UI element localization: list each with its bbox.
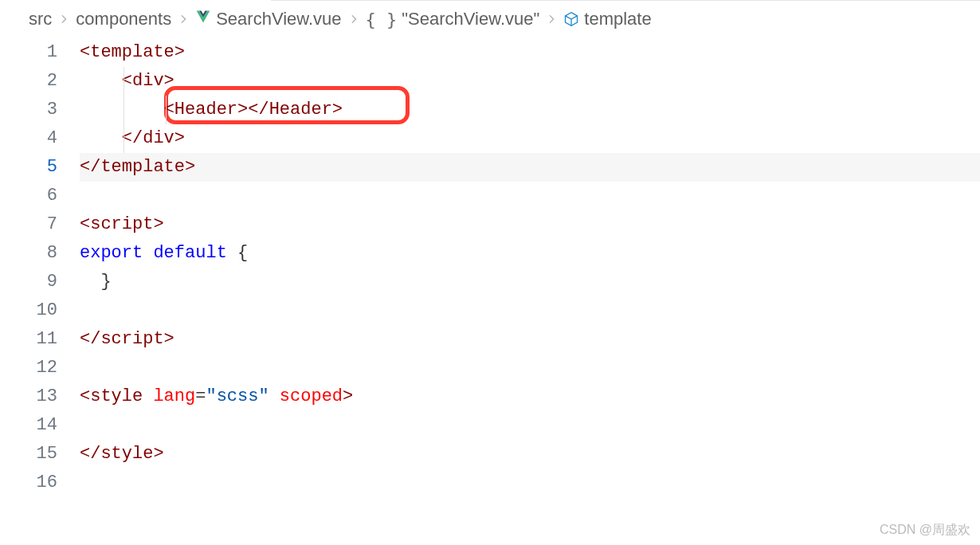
- code-line[interactable]: <div>: [80, 67, 980, 96]
- watermark-text: CSDN @周盛欢: [880, 522, 970, 539]
- tab-border: [271, 0, 980, 1]
- breadcrumb-label: "SearchView.vue": [402, 9, 539, 29]
- line-number: 3: [0, 96, 57, 124]
- line-number: 15: [0, 440, 57, 469]
- breadcrumb-separator-icon: [546, 9, 557, 29]
- cube-icon: [563, 11, 579, 27]
- line-number: 14: [0, 411, 57, 440]
- code-text: <style lang="scss" scoped>: [80, 386, 353, 406]
- code-text: export default {: [80, 243, 248, 263]
- code-line[interactable]: [80, 411, 980, 440]
- indent-guide: [166, 96, 167, 124]
- breadcrumb-item[interactable]: src: [29, 9, 52, 29]
- code-text: </div>: [80, 128, 185, 148]
- line-number: 5: [0, 153, 57, 182]
- code-text: }: [80, 272, 112, 292]
- breadcrumb-separator-icon: [58, 9, 69, 29]
- code-line[interactable]: <style lang="scss" scoped>: [80, 382, 980, 411]
- code-line[interactable]: [80, 354, 980, 382]
- code-line[interactable]: [80, 182, 980, 210]
- breadcrumb-separator-icon: [178, 9, 189, 29]
- line-number: 8: [0, 239, 57, 268]
- breadcrumb-item[interactable]: SearchView.vue: [195, 9, 341, 29]
- line-number: 11: [0, 325, 57, 354]
- code-line[interactable]: [80, 469, 980, 497]
- code-line[interactable]: </script>: [80, 325, 980, 354]
- breadcrumb-label: src: [29, 9, 52, 29]
- line-number: 12: [0, 354, 57, 382]
- code-line[interactable]: export default {: [80, 239, 980, 268]
- line-number: 9: [0, 268, 57, 296]
- breadcrumb-separator-icon: [348, 9, 359, 29]
- indent-guide: [123, 67, 124, 96]
- line-number: 10: [0, 296, 57, 325]
- code-line[interactable]: <template>: [80, 38, 980, 67]
- code-text: <div>: [80, 71, 174, 91]
- code-line[interactable]: }: [80, 268, 980, 296]
- code-line[interactable]: <Header></Header>: [80, 96, 980, 124]
- code-line[interactable]: <script>: [80, 210, 980, 239]
- code-text: </script>: [80, 329, 174, 349]
- breadcrumb-label: SearchView.vue: [216, 9, 341, 29]
- line-number: 13: [0, 382, 57, 411]
- code-text: <Header></Header>: [80, 100, 343, 120]
- breadcrumb-label: template: [584, 9, 651, 29]
- breadcrumb-label: components: [76, 9, 171, 29]
- line-number-gutter: 12345678910111213141516: [0, 38, 80, 497]
- line-number: 6: [0, 182, 57, 210]
- code-text: <template>: [80, 42, 185, 62]
- code-line[interactable]: </style>: [80, 440, 980, 469]
- braces-icon: { }: [366, 10, 398, 29]
- code-editor[interactable]: 12345678910111213141516 <template> <div>…: [0, 38, 980, 497]
- code-text: <script>: [80, 214, 164, 234]
- code-area[interactable]: <template> <div> <Header></Header> </div…: [80, 38, 980, 497]
- line-number: 1: [0, 38, 57, 67]
- code-line[interactable]: [80, 296, 980, 325]
- line-number: 16: [0, 469, 57, 497]
- breadcrumb-item[interactable]: template: [563, 9, 651, 29]
- breadcrumb-item[interactable]: components: [76, 9, 171, 29]
- vue-icon: [195, 9, 211, 29]
- code-text: </style>: [80, 444, 164, 464]
- breadcrumb-item[interactable]: { }"SearchView.vue": [366, 9, 540, 29]
- code-line[interactable]: </div>: [80, 124, 980, 153]
- line-number: 7: [0, 210, 57, 239]
- line-number: 4: [0, 124, 57, 153]
- breadcrumb: srccomponentsSearchView.vue{ }"SearchVie…: [0, 0, 980, 38]
- code-text: </template>: [80, 157, 195, 177]
- line-number: 2: [0, 67, 57, 96]
- code-line[interactable]: </template>: [80, 153, 980, 182]
- indent-guide: [123, 96, 124, 124]
- indent-guide: [123, 124, 124, 153]
